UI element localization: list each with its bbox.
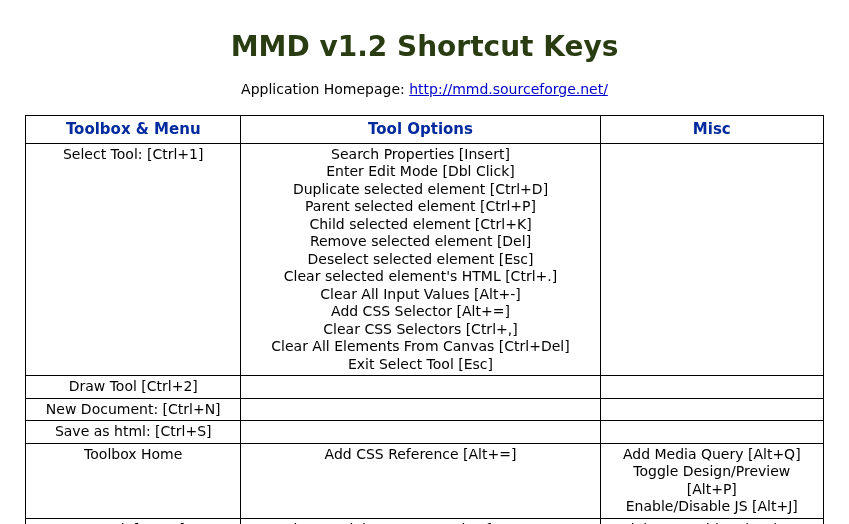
cell-empty — [241, 398, 600, 421]
table-row: New Document: [Ctrl+N] — [26, 398, 824, 421]
homepage-label: Application Homepage: — [241, 81, 409, 97]
header-misc: Misc — [600, 116, 823, 144]
cell-empty — [600, 398, 823, 421]
page-title: MMD v1.2 Shortcut Keys — [25, 30, 824, 63]
cell-save-as-html: Save as html: [Ctrl+S] — [26, 421, 241, 444]
header-toolbox-menu: Toolbox & Menu — [26, 116, 241, 144]
cell-select-tool: Select Tool: [Ctrl+1] — [26, 143, 241, 376]
table-header-row: Toolbox & Menu Tool Options Misc — [26, 116, 824, 144]
shortcut-line: Deselect selected element [Esc] — [247, 251, 593, 269]
cell-empty — [600, 421, 823, 444]
homepage-line: Application Homepage: http://mmd.sourcef… — [25, 81, 824, 97]
cell-draw-tool: Draw Tool [Ctrl+2] — [26, 376, 241, 399]
shortcut-line: Clear All Input Values [Alt+-] — [247, 286, 593, 304]
cell-select-tool-misc — [600, 143, 823, 376]
shortcut-line: Add Media Query [Alt+Q] — [607, 446, 817, 464]
shortcut-line: Child selected element [Ctrl+K] — [247, 216, 593, 234]
cell-empty — [600, 376, 823, 399]
shortcut-line: Remove selected element [Del] — [247, 233, 593, 251]
cell-toolbox-home-options: Add CSS Reference [Alt+=] — [241, 443, 600, 518]
cell-toolbox-home: Toolbox Home — [26, 443, 241, 518]
cell-new-document: New Document: [Ctrl+N] — [26, 398, 241, 421]
homepage-link[interactable]: http://mmd.sourceforge.net/ — [409, 81, 608, 97]
header-tool-options: Tool Options — [241, 116, 600, 144]
cell-search-misc: Dialogs: position, border... Attributes:… — [600, 518, 823, 524]
cell-search: Search [Insert] — [26, 518, 241, 524]
shortcut-line: Enable/Disable JS [Alt+J] — [607, 498, 817, 516]
shortcut-line: Search Properties [Insert] — [247, 146, 593, 164]
shortcut-line: Clear selected element's HTML [Ctrl+.] — [247, 268, 593, 286]
table-row: Toolbox Home Add CSS Reference [Alt+=] A… — [26, 443, 824, 518]
table-row: Select Tool: [Ctrl+1] Search Properties … — [26, 143, 824, 376]
table-row: Search [Insert] Search CSS Dialogs & Pro… — [26, 518, 824, 524]
shortcut-line: Toggle Design/Preview [Alt+P] — [607, 463, 817, 498]
shortcut-line: Add CSS Selector [Alt+=] — [247, 303, 593, 321]
shortcut-line: Parent selected element [Ctrl+P] — [247, 198, 593, 216]
cell-search-options: Search CSS Dialogs & Properties for Easy… — [241, 518, 600, 524]
shortcut-line: Enter Edit Mode [Dbl Click] — [247, 163, 593, 181]
cell-select-tool-options: Search Properties [Insert] Enter Edit Mo… — [241, 143, 600, 376]
cell-empty — [241, 376, 600, 399]
table-row: Draw Tool [Ctrl+2] — [26, 376, 824, 399]
shortcut-line: Clear All Elements From Canvas [Ctrl+Del… — [247, 338, 593, 356]
cell-empty — [241, 421, 600, 444]
table-row: Save as html: [Ctrl+S] — [26, 421, 824, 444]
shortcut-line: Duplicate selected element [Ctrl+D] — [247, 181, 593, 199]
shortcut-line: Clear CSS Selectors [Ctrl+,] — [247, 321, 593, 339]
shortcut-line: Exit Select Tool [Esc] — [247, 356, 593, 374]
cell-toolbox-home-misc: Add Media Query [Alt+Q] Toggle Design/Pr… — [600, 443, 823, 518]
shortcuts-table: Toolbox & Menu Tool Options Misc Select … — [25, 115, 824, 524]
